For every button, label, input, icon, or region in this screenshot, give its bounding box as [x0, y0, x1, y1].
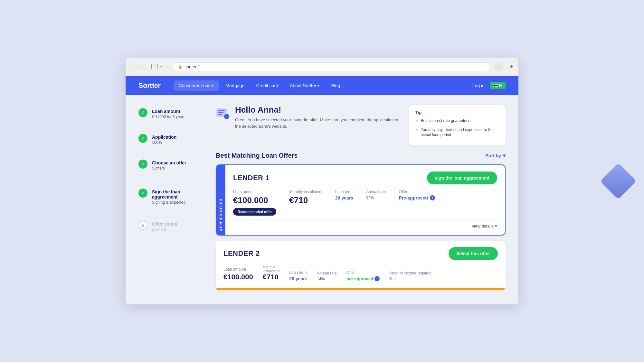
lender2-term-group: Loan term 20 years: [289, 270, 307, 281]
lender2-monthly-label: Monthly: [263, 265, 280, 269]
browser-action-button[interactable]: ⋯: [494, 62, 503, 71]
sort-by-button[interactable]: Sort by ▾: [486, 153, 506, 159]
lender1-loan-amount-group: Loan amount €100.000 Recommended offer: [233, 190, 276, 216]
lender1-loan-amount-value: €100.000: [233, 195, 276, 205]
right-content: ! Hello Anna! Great! You have selected y…: [216, 105, 506, 295]
step-3-text: Choose an offer 5 offers: [152, 160, 186, 180]
lender2-monthly-value: €710: [263, 273, 280, 281]
recommended-badge: Recommended offer: [233, 208, 276, 216]
applied-tag: applied offer: [216, 165, 225, 235]
url-text: sortter.fi: [185, 64, 199, 69]
lender2-card: LENDER 2 Select this offer Loan amount €…: [216, 241, 506, 290]
svg-rect-1: [218, 110, 225, 111]
lock-icon: 🔒: [178, 65, 183, 69]
browser-dot-1: [131, 65, 135, 69]
step-3-title: Choose an offer: [152, 160, 186, 165]
nav-credit-card-label: Credit card: [256, 83, 278, 88]
lender2-cta-button[interactable]: Select this offer: [449, 247, 498, 260]
nav-logo: Sortter: [138, 81, 161, 90]
lender1-rate-label: Annual rate: [366, 190, 386, 194]
step-4-subtitle: Signing is expected: [152, 200, 203, 205]
lender1-info-icon[interactable]: i: [430, 195, 435, 200]
lender2-loan-amount-group: Loan amount €100.000: [223, 267, 253, 281]
lender1-info-group: Loan term 20 years: [335, 190, 353, 200]
browser-dots: [131, 65, 146, 69]
step-1: ✓ Loan amount € 14000 for 8 years: [138, 108, 203, 134]
back-button[interactable]: ‹: [167, 64, 169, 70]
step-2-subtitle: 100%: [152, 140, 176, 145]
nav-mortgage[interactable]: Mortgage: [220, 80, 250, 91]
tab-chevron-icon[interactable]: ▾: [160, 65, 162, 69]
step-4-check-icon: ✓: [141, 190, 145, 196]
tip-item-1: ○ Best interest rate guaranteed: [415, 118, 499, 125]
hello-text: Hello Anna! Great! You have selected you…: [235, 105, 402, 129]
lender2-term-label: Loan term: [289, 270, 307, 275]
offers-section: Best Matching Loan Offers Sort by ▾ appl…: [216, 152, 506, 295]
top-nav: Sortter Consumer Loan ▾ Mortgage Credit …: [126, 76, 518, 95]
step-5-text: Offer status paid-out: [152, 221, 177, 241]
lender2-monthly-label2: installment: [263, 269, 280, 273]
browser-dot-3: [142, 65, 146, 69]
step-3-check-icon: ✓: [141, 162, 145, 167]
nav-blog-label: Blog: [331, 83, 340, 88]
lender2-info-icon[interactable]: i: [374, 276, 380, 281]
lender2-rate-group: Annual rate 14%: [317, 271, 336, 281]
lender2-offer-group: Offer pre-approved i: [346, 270, 380, 281]
lender2-loan-amount-value: €100.000: [223, 273, 253, 281]
browser-dot-2: [137, 65, 140, 69]
step-4-circle: ✓: [138, 189, 147, 198]
lender1-cta-button[interactable]: sign the loan aggreement: [427, 172, 497, 184]
add-tab-button[interactable]: +: [509, 63, 513, 70]
step-2: ✓ Application 100%: [138, 134, 203, 160]
sort-by-label: Sort by: [486, 153, 501, 158]
nav-links: Consumer Loan ▾ Mortgage Credit card Abo…: [174, 80, 472, 91]
tip-text-2: You only pay interest and expenses for t…: [421, 127, 499, 138]
lender2-proof-label: Proof of income required: [389, 271, 431, 275]
decorative-diamond: [600, 163, 636, 199]
nav-flag[interactable]: 🇫🇮 FI: [490, 82, 506, 89]
lender2-bottom-strip: [216, 288, 506, 290]
tip-check-icon-1: ○: [415, 118, 418, 125]
lender1-monthly-value: €710: [289, 195, 322, 205]
lender1-view-details[interactable]: view details ▾: [233, 219, 497, 228]
lender2-proof-group: Proof of income required Yes: [389, 271, 431, 281]
address-bar[interactable]: 🔒 sortter.fi: [173, 62, 490, 71]
lender1-card-header: LENDER 1 sign the loan aggreement: [233, 172, 497, 184]
step-5-title: Offer status: [152, 221, 177, 227]
browser-chrome: ▾ ‹ 🔒 sortter.fi ⋯ +: [126, 58, 518, 76]
step-4-title: Sign the loan aggreement: [152, 189, 203, 200]
tip-check-icon-2: ○: [415, 127, 418, 134]
lender2-details: Loan amount €100.000 Monthly installment…: [223, 265, 498, 281]
nav-about[interactable]: About Sortter ▾: [285, 80, 325, 91]
step-5: 5 Offer status paid-out: [138, 221, 203, 241]
greeting-heading: Hello Anna!: [235, 105, 402, 115]
lender2-offer-value: pre-approved: [346, 276, 373, 281]
tip-card: Tip ○ Best interest rate guaranteed ○ Yo…: [409, 105, 506, 145]
step-1-text: Loan amount € 14000 for 8 years: [152, 108, 185, 129]
lender1-loan-amount-label: Loan amount: [233, 190, 276, 194]
lender1-card-inner: applied offer LENDER 1 sign the loan agg…: [216, 165, 505, 235]
hello-card: ! Hello Anna! Great! You have selected y…: [216, 105, 402, 129]
step-5-circle: 5: [138, 221, 147, 230]
step-3-circle: ✓: [138, 160, 147, 169]
offers-header: Best Matching Loan Offers Sort by ▾: [216, 152, 506, 159]
lender1-offer-value: Pre-approved: [399, 195, 428, 200]
sort-arrow-icon: ▾: [503, 153, 506, 159]
nav-blog[interactable]: Blog: [326, 80, 345, 91]
nav-credit-card[interactable]: Credit card: [251, 80, 283, 91]
nav-login-button[interactable]: Log in: [472, 83, 485, 88]
lender2-term-value: 20 years: [289, 276, 307, 281]
lender2-proof-value: Yes: [389, 277, 431, 281]
nav-consumer-loan-arrow: ▾: [212, 84, 214, 88]
lender1-rate-value: 14%: [366, 195, 386, 200]
view-details-label: view details: [472, 224, 494, 228]
nav-right: Log in 🇫🇮 FI: [472, 82, 506, 89]
step-2-check-icon: ✓: [141, 136, 145, 141]
greeting-message: Great! You have selected your favourite …: [235, 117, 402, 129]
step-1-subtitle: € 14000 for 8 years: [152, 115, 185, 119]
svg-rect-2: [218, 112, 223, 113]
lender2-monthly-group: Monthly installment €710: [263, 265, 280, 281]
nav-consumer-loan[interactable]: Consumer Loan ▾: [174, 80, 219, 91]
lender1-details: Loan amount €100.000 Recommended offer M…: [233, 190, 497, 216]
svg-text:!: !: [225, 115, 227, 119]
